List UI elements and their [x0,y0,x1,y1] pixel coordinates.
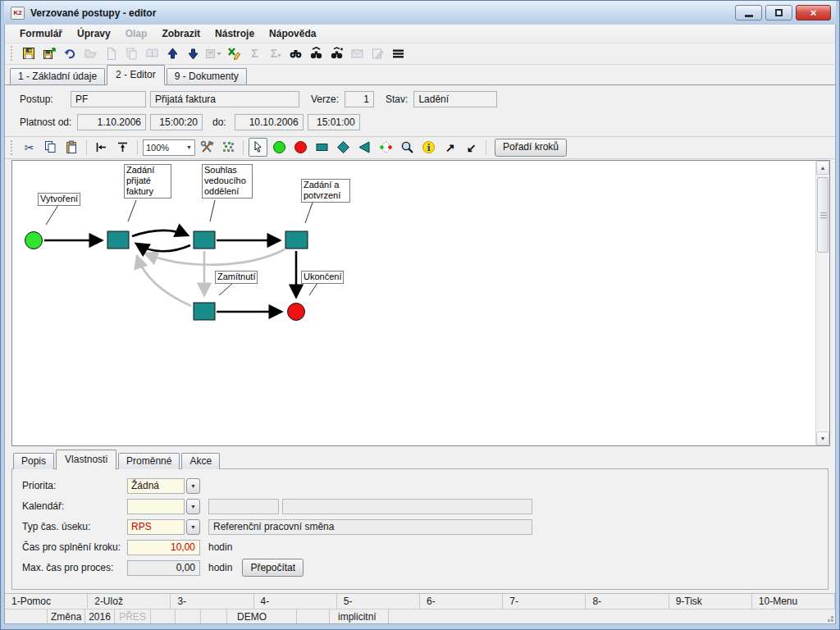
fkey-7[interactable]: 7- [503,594,586,609]
move-up-icon[interactable] [163,44,181,62]
zoom-level-combo[interactable]: 100% ▼ [143,139,195,156]
search-icon[interactable] [286,44,304,62]
typ-useku-combo[interactable]: RPS [127,519,185,535]
diagram-canvas[interactable]: Vytvoření Zadání přijaté faktury Souhlas… [11,160,830,446]
typ-useku-dropdown-icon[interactable]: ▼ [186,519,200,535]
vertical-scrollbar[interactable]: ▲ ▼ [815,161,829,445]
node-end[interactable] [288,303,305,320]
mail-icon [348,44,366,62]
search-special-icon[interactable] [327,44,345,62]
kalendar-combo[interactable] [127,499,185,514]
page-tabstrip: 1 - Základní údaje 2 - Editor 9 - Dokume… [5,65,835,85]
paste-icon[interactable] [62,138,81,157]
fkey-10[interactable]: 10-Menu [752,594,835,609]
cut-icon[interactable]: ✂ [20,138,39,157]
minimize-button[interactable] [735,5,762,21]
kalendar-dropdown-icon[interactable]: ▼ [186,499,200,514]
priorita-dropdown-icon[interactable]: ▼ [186,478,200,494]
tab-vlastnosti[interactable]: Vlastnosti [56,450,116,470]
menu-napoveda[interactable]: Nápověda [262,26,322,41]
tab-akce[interactable]: Akce [181,453,220,469]
scrollbar-thumb[interactable] [817,177,829,253]
max-cas-field: 0,00 [127,560,200,576]
fkey-8[interactable]: 8- [586,594,669,609]
node-label-vytvoreni[interactable]: Vytvoření [38,193,80,206]
platnost-od-label: Platnost od: [20,116,77,128]
arrow-down-left-icon[interactable]: ↙ [462,138,481,157]
align-left-icon[interactable] [92,138,111,157]
align-top-icon[interactable] [113,138,132,157]
undo-icon[interactable] [61,44,79,62]
node-step3[interactable] [285,231,308,249]
resize-grip[interactable] [831,619,833,622]
cas-splneni-field[interactable]: 10,00 [127,540,200,555]
export-edit-icon[interactable] [225,44,243,62]
copy-icon[interactable] [41,138,60,157]
tab-editor[interactable]: 2 - Editor [107,65,165,85]
status-config: implicitní [330,609,389,623]
cas-splneni-unit: hodin [208,541,232,553]
save-icon[interactable] [20,44,38,62]
node-step1[interactable] [107,231,129,249]
restore-button[interactable] [765,5,792,21]
diamond-node-tool[interactable] [334,138,353,157]
filter-dropdown-icon [204,44,222,62]
arrow-up-right-icon[interactable]: ↗ [441,138,459,157]
menu-nastroje[interactable]: Nástroje [208,26,261,41]
verze-field[interactable]: 1 [345,91,374,107]
search-next-icon[interactable] [307,44,325,62]
fkey-9[interactable]: 9-Tisk [669,594,752,609]
fkey-6[interactable]: 6- [420,594,503,609]
fkey-4[interactable]: 4- [254,594,337,609]
tools-icon[interactable] [198,138,217,157]
menubar: Formulář Úpravy Olap Zobrazit Nástroje N… [5,25,835,43]
tab-dokumenty[interactable]: 9 - Dokumenty [167,68,247,84]
menu-zobrazit[interactable]: Zobrazit [155,26,207,41]
menu-list-icon[interactable] [389,44,407,62]
tab-popis[interactable]: Popis [13,453,54,469]
tab-zakladni-udaje[interactable]: 1 - Základní údaje [10,68,105,84]
step-order-button[interactable]: Pořadí kroků [495,139,567,157]
fkey-5[interactable]: 5- [337,594,420,609]
recalculate-button[interactable]: Přepočítat [242,559,304,577]
fkey-2[interactable]: 2-Ulož [88,594,171,609]
menu-upravy[interactable]: Úpravy [71,26,117,41]
postup-name-field[interactable]: Přijatá faktura [150,91,299,107]
start-node-tool[interactable] [270,138,289,157]
node-label-zadani-potvrzeni[interactable]: Zadání a potvrzení [301,179,350,203]
grid-settings-icon[interactable] [219,138,238,157]
select-cursor-tool[interactable] [249,138,267,157]
editor-toolbar-grip [11,140,15,155]
platnost-od-time-field[interactable]: 15:00:20 [150,114,203,130]
scroll-up-button[interactable]: ▲ [816,161,829,175]
close-button[interactable]: × [796,5,831,21]
node-step4[interactable] [194,303,215,320]
platnost-do-time-field[interactable]: 15:01:00 [308,114,360,130]
zoom-lens-icon[interactable] [398,138,417,157]
menu-formular[interactable]: Formulář [13,26,69,41]
node-label-ukonceni[interactable]: Ukončení [301,271,344,284]
save-version-icon[interactable] [40,44,58,62]
scroll-down-button[interactable]: ▼ [816,431,829,445]
move-down-icon[interactable] [184,44,202,62]
node-label-zamitnuti[interactable]: Zamítnutí [215,271,258,284]
step-node-tool[interactable] [313,138,331,157]
platnost-od-date-field[interactable]: 1.10.2006 [77,114,146,130]
stav-field[interactable]: Ladění [413,91,497,107]
end-node-tool[interactable] [291,138,310,157]
platnost-do-date-field[interactable]: 10.10.2006 [235,114,304,130]
status-bar: Změna 2016 PŘES DEMO implicitní [5,609,835,623]
info-icon[interactable]: i [419,138,438,157]
priorita-combo[interactable]: Žádná [127,478,185,494]
fkey-3[interactable]: 3- [171,594,253,609]
postup-code-field[interactable]: PF [71,91,146,107]
tab-promenne[interactable]: Proměnné [118,453,180,469]
node-label-zadani-faktury[interactable]: Zadání přijaté faktury [124,164,171,199]
node-label-souhlas[interactable]: Souhlas vedoucího oddělení [202,164,253,199]
fkey-1[interactable]: 1-Pomoc [5,594,88,609]
triangle-node-tool[interactable] [355,138,374,157]
typ-useku-desc-field: Referenční pracovní směna [208,519,532,535]
node-step2[interactable] [194,231,215,249]
condition-node-tool[interactable] [377,138,395,157]
node-start[interactable] [25,231,43,249]
